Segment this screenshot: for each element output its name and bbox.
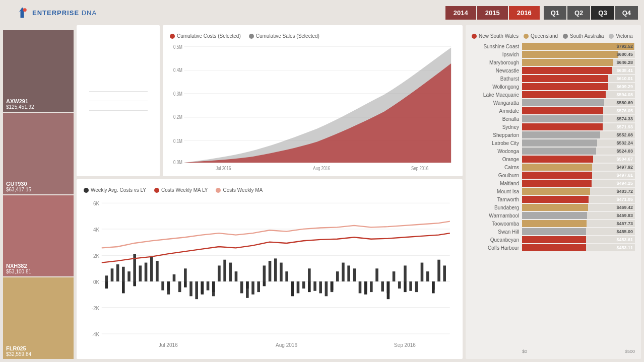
bar-fill	[522, 115, 603, 122]
svg-rect-46	[207, 281, 210, 291]
bar-fill	[522, 139, 597, 147]
quarter-btn-Q2[interactable]: Q2	[567, 6, 590, 20]
bar-fill	[522, 83, 608, 90]
bar-fill	[522, 188, 590, 195]
svg-rect-99	[308, 281, 311, 292]
bar-outer: $571.93	[522, 123, 635, 130]
legend-weekly-ly-dot	[84, 188, 89, 193]
city-name: Armidale	[472, 108, 522, 114]
warehouse-item-AXW291[interactable]: AXW291 $125,451.92	[3, 30, 74, 112]
svg-text:0K: 0K	[93, 279, 99, 285]
bar-outer: $483.72	[522, 188, 635, 195]
legend-vic-label: Victoria	[616, 33, 632, 39]
weekly-chart-svg: 6K 4K 2K 0K -2K -4K	[84, 195, 456, 354]
svg-rect-65	[313, 281, 316, 291]
kpi-divider-3	[89, 110, 148, 111]
svg-rect-51	[235, 271, 238, 281]
year-btn-2015[interactable]: 2015	[477, 6, 508, 20]
bar-value: $571.93	[616, 124, 633, 129]
svg-rect-72	[353, 268, 356, 281]
svg-rect-29	[111, 268, 114, 281]
svg-rect-52	[240, 281, 243, 293]
list-item: Armidale $576.05	[472, 107, 635, 114]
list-item: Wodonga $524.03	[472, 148, 635, 155]
list-item: Latrobe City $532.24	[472, 139, 635, 147]
svg-text:4K: 4K	[93, 227, 99, 232]
list-item: Orange $504.67	[472, 156, 635, 163]
svg-rect-30	[116, 264, 119, 281]
bar-value: $680.45	[616, 52, 633, 57]
svg-rect-38	[161, 281, 164, 291]
bar-value: $469.42	[616, 205, 633, 210]
quarter-buttons: Q1Q2Q3Q4	[544, 6, 638, 20]
logo-brand: ENTERPRISE DNA	[32, 9, 97, 17]
list-item: Queanbeyan $453.61	[472, 236, 635, 243]
bar-outer: $532.24	[522, 139, 635, 147]
quarter-btn-Q3[interactable]: Q3	[591, 6, 614, 20]
svg-rect-97	[263, 281, 266, 286]
legend-sa-label: South Australia	[570, 33, 604, 39]
bar-value: $576.05	[616, 108, 633, 113]
bar-fill	[522, 67, 612, 74]
svg-rect-88	[443, 265, 446, 281]
svg-text:Sep 2016: Sep 2016	[411, 166, 428, 171]
list-item: Bathurst $610.01	[472, 75, 635, 82]
warehouse-item-FLR025[interactable]: FLR025 $32,559.84	[3, 277, 74, 359]
quarter-btn-Q1[interactable]: Q1	[544, 6, 566, 20]
svg-rect-80	[398, 281, 401, 288]
bar-fill	[522, 51, 618, 58]
svg-rect-41	[178, 281, 181, 292]
year-btn-2014[interactable]: 2014	[445, 6, 476, 20]
svg-rect-55	[257, 281, 260, 292]
svg-rect-104	[432, 281, 435, 293]
cumulative-chart-legend: Cumulative Costs (Selected) Cumulative S…	[170, 33, 456, 39]
svg-text:0.2M: 0.2M	[173, 115, 182, 120]
logo-icon	[15, 6, 29, 20]
svg-rect-103	[404, 281, 407, 292]
legend-qld: Queensland	[524, 33, 558, 39]
list-item: Wollongong $609.29	[472, 83, 635, 90]
legend-vic-dot	[609, 34, 614, 39]
svg-rect-44	[195, 281, 198, 299]
bar-outer: $610.01	[522, 75, 635, 82]
top-row: Cumulative Costs (Selected) Cumulative S…	[77, 25, 463, 176]
svg-rect-84	[421, 263, 424, 281]
sidebar-title	[3, 25, 74, 29]
legend-sa-dot	[563, 34, 568, 39]
svg-rect-66	[319, 281, 322, 293]
main-content: AXW291 $125,451.92GUT930 $63,417.15NXH38…	[0, 25, 644, 362]
legend-sales-label: Cumulative Sales (Selected)	[256, 33, 319, 39]
warehouse-item-GUT930[interactable]: GUT930 $63,417.15	[3, 113, 74, 194]
svg-point-0	[23, 8, 27, 12]
cumulative-chart-svg: 0.5M 0.4M 0.3M 0.2M 0.1M 0.0M	[170, 41, 456, 171]
year-btn-2016[interactable]: 2016	[509, 6, 540, 20]
svg-rect-35	[145, 263, 148, 281]
legend-qld-label: Queensland	[531, 33, 558, 39]
city-name: Cairns	[472, 165, 522, 170]
quarter-btn-Q4[interactable]: Q4	[615, 6, 638, 20]
city-name: Lake Macquarie	[472, 92, 522, 98]
svg-rect-62	[297, 281, 300, 293]
svg-rect-77	[381, 281, 384, 292]
legend-costs-ma-label: Costs Weekly MA	[223, 187, 263, 193]
warehouse-value: $125,451.92	[6, 104, 71, 110]
city-name: Latrobe City	[472, 140, 522, 146]
bar-outer: $455.00	[522, 228, 635, 235]
right-axis: $0 $500	[472, 349, 635, 354]
legend-costs-label: Cumulative Costs (Selected)	[177, 33, 241, 39]
svg-rect-101	[364, 281, 367, 295]
weekly-chart-card: Weekly Avg. Costs vs LY Costs Weekly MA …	[77, 179, 463, 359]
right-panel: New South Wales Queensland South Austral…	[466, 25, 641, 359]
legend-cumulative-sales: Cumulative Sales (Selected)	[249, 33, 319, 39]
bar-value: $455.00	[616, 229, 633, 234]
legend-sa: South Australia	[563, 33, 604, 39]
warehouse-item-NXH382[interactable]: NXH382 $53,100.81	[3, 195, 74, 277]
svg-rect-58	[274, 258, 277, 281]
bar-fill	[522, 148, 596, 155]
bar-fill	[522, 228, 586, 235]
bar-outer: $457.73	[522, 220, 635, 227]
city-name: Sydney	[472, 124, 522, 130]
header: ENTERPRISE DNA 201420152016 Q1Q2Q3Q4	[0, 0, 644, 25]
bar-outer: $552.08	[522, 131, 635, 138]
svg-text:6K: 6K	[93, 201, 99, 206]
